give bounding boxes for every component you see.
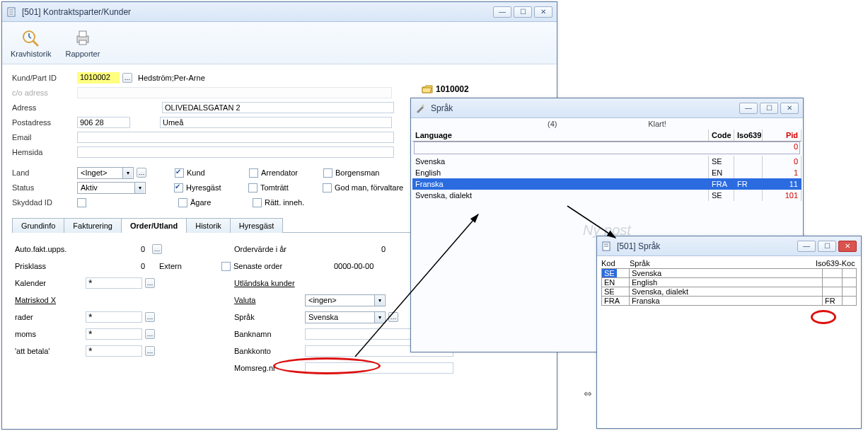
status-label: Status: [12, 183, 77, 192]
maximize-button[interactable]: ☐: [514, 6, 532, 18]
lang-search-row[interactable]: 0: [414, 142, 800, 154]
senaste-label: Senaste order: [233, 262, 291, 270]
kalender-label: Kalender: [15, 279, 86, 287]
co-adress-input[interactable]: [77, 87, 392, 98]
email-label: Email: [12, 133, 77, 142]
utland-label: Utländska kunder: [234, 279, 305, 287]
att-lookup-button[interactable]: …: [145, 346, 155, 356]
tab-historik[interactable]: Historik: [186, 218, 231, 233]
reg-close-button[interactable]: ✕: [838, 241, 857, 252]
lang-row-selected[interactable]: FranskaFRAFR11: [412, 178, 802, 190]
kund-id-value[interactable]: 1010002: [77, 72, 120, 84]
lang-status: Klart!: [648, 120, 666, 128]
skyddad-checkbox[interactable]: [77, 198, 86, 207]
att-label: 'att betala': [15, 347, 86, 355]
sprak-lookup-button[interactable]: …: [388, 312, 398, 322]
arrendator-checkbox[interactable]: [249, 168, 258, 178]
reg-row[interactable]: FRA Franska FR: [601, 297, 857, 306]
search-history-icon: [20, 28, 42, 47]
auto-lookup-button[interactable]: …: [152, 244, 162, 254]
att-input[interactable]: [86, 345, 142, 357]
folder-node[interactable]: 1010002: [422, 84, 469, 94]
svg-point-11: [422, 104, 424, 106]
language-registry-window: [501] Språk — ☐ ✕ Kod Språk Iso639-Koc S…: [596, 236, 862, 429]
svg-rect-10: [79, 40, 86, 45]
hemsida-input[interactable]: [77, 146, 394, 158]
rader-input[interactable]: [86, 311, 142, 323]
lang-head-code[interactable]: Code: [709, 130, 734, 141]
valuta-label: Valuta: [234, 296, 305, 304]
adress-label: Adress: [12, 103, 77, 112]
ordervarde-value: 0: [305, 245, 390, 253]
tomtratt-checkbox[interactable]: [248, 183, 257, 192]
matris-label: Matriskod X: [15, 296, 86, 304]
moms-lookup-button[interactable]: …: [145, 329, 155, 339]
tab-order-utland[interactable]: Order/Utland: [121, 218, 187, 233]
printer-icon: [71, 28, 94, 47]
tab-grundinfo[interactable]: Grundinfo: [12, 218, 64, 233]
valuta-dropdown[interactable]: <ingen>: [305, 294, 386, 306]
reg-row[interactable]: EN English: [601, 278, 857, 287]
tab-fakturering[interactable]: Fakturering: [64, 218, 122, 233]
reg-head-kod[interactable]: Kod: [601, 259, 630, 268]
main-title: [501] Kontraktsparter/Kunder: [19, 7, 493, 17]
borgensman-checkbox[interactable]: [323, 168, 332, 178]
land-lookup-button[interactable]: …: [137, 168, 146, 178]
doc-icon: [6, 7, 16, 17]
agare-checkbox[interactable]: [178, 198, 187, 207]
godman-checkbox[interactable]: [323, 183, 332, 192]
sprak-label: Språk: [234, 313, 305, 321]
reg-maximize-button[interactable]: ☐: [818, 241, 836, 252]
lang-head-language[interactable]: Language: [412, 130, 709, 141]
moms-input[interactable]: [86, 328, 142, 340]
banknamn-label: Banknamn: [234, 330, 305, 338]
close-button[interactable]: ✕: [534, 6, 552, 18]
reg-row[interactable]: SE Svenska, dialekt: [601, 287, 857, 297]
reg-head-sprak[interactable]: Språk: [630, 259, 816, 268]
minimize-button[interactable]: —: [493, 6, 511, 18]
land-dropdown[interactable]: <Inget>: [77, 167, 134, 179]
momsreg-label: Momsreg.nr: [234, 364, 305, 372]
reg-titlebar: [501] Språk — ☐ ✕: [597, 236, 861, 256]
rapporter-button[interactable]: Rapporter: [65, 28, 100, 58]
lang-row[interactable]: Svenska, dialektSE101: [412, 190, 802, 201]
kund-checkbox[interactable]: [175, 168, 184, 178]
extern-checkbox[interactable]: [221, 262, 231, 271]
lang-minimize-button[interactable]: —: [739, 103, 758, 114]
adress-input[interactable]: [162, 102, 394, 113]
lang-head-pid[interactable]: Pid: [763, 130, 802, 141]
kalender-input[interactable]: [86, 277, 142, 289]
lang-maximize-button[interactable]: ☐: [760, 103, 778, 114]
lang-titlebar: Språk — ☐ ✕: [411, 98, 803, 118]
hyresgast-checkbox[interactable]: [174, 183, 183, 192]
reg-head-iso[interactable]: Iso639-Koc: [816, 259, 857, 268]
tab-hyresgast[interactable]: Hyresgäst: [230, 218, 284, 233]
reg-minimize-button[interactable]: —: [797, 241, 816, 252]
lang-meta: (4) Klart!: [411, 118, 803, 130]
kravhistorik-button[interactable]: Kravhistorik: [11, 28, 51, 58]
status-dropdown[interactable]: Aktiv: [77, 182, 146, 194]
resize-handle-icon[interactable]: ⇔: [584, 388, 592, 399]
lang-head-iso[interactable]: Iso639: [734, 130, 763, 141]
reg-row[interactable]: SE Svenska: [601, 268, 857, 278]
svg-rect-9: [79, 31, 86, 37]
lang-close-button[interactable]: ✕: [780, 103, 799, 114]
email-input[interactable]: [77, 132, 394, 143]
sprak-dropdown[interactable]: Svenska: [305, 311, 386, 323]
rader-lookup-button[interactable]: …: [145, 312, 155, 322]
svg-line-5: [33, 41, 37, 45]
momsreg-input[interactable]: [305, 362, 453, 374]
kalender-lookup-button[interactable]: …: [145, 278, 155, 288]
kund-name-value: Hedström;Per-Arne: [138, 74, 205, 82]
ratt-checkbox[interactable]: [253, 198, 262, 207]
lang-count: (4): [548, 120, 557, 128]
kund-id-lookup-button[interactable]: …: [122, 73, 132, 83]
folder-open-icon: [422, 85, 433, 94]
postadress-label: Postadress: [12, 118, 77, 127]
extern-label: Extern: [159, 262, 182, 270]
postadress-city-input[interactable]: [160, 117, 392, 128]
postadress-code-input[interactable]: [77, 117, 130, 128]
lang-row[interactable]: SvenskaSE0: [412, 156, 802, 167]
main-titlebar: [501] Kontraktsparter/Kunder — ☐ ✕: [2, 2, 557, 22]
lang-row[interactable]: EnglishEN1: [412, 167, 802, 178]
